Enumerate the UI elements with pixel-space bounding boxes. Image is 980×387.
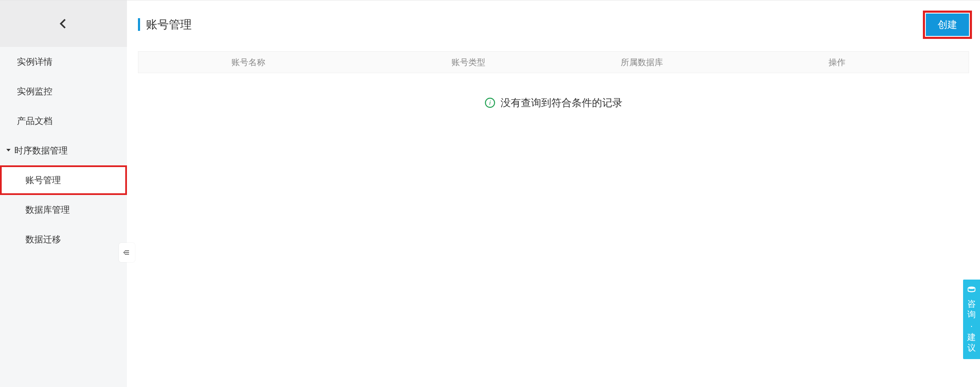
sidebar-subitem-database-management[interactable]: 数据库管理 bbox=[0, 195, 127, 225]
collapse-icon bbox=[123, 248, 131, 257]
database-icon bbox=[967, 285, 976, 296]
page-header: 账号管理 创建 bbox=[138, 13, 969, 36]
page-title-accent-bar bbox=[138, 18, 140, 31]
table-header-row: 账号名称 账号类型 所属数据库 操作 bbox=[138, 51, 969, 73]
info-icon: i bbox=[484, 97, 496, 108]
empty-text: 没有查询到符合条件的记录 bbox=[501, 96, 622, 110]
sidebar-group-tsdb-management[interactable]: 时序数据管理 bbox=[0, 136, 127, 165]
sidebar-item-label: 实例监控 bbox=[17, 85, 52, 97]
sidebar-item-label: 实例详情 bbox=[17, 56, 52, 68]
table-empty-state: i 没有查询到符合条件的记录 bbox=[138, 73, 969, 132]
sidebar-subitem-account-management[interactable]: 账号管理 bbox=[0, 165, 127, 195]
feedback-char: 建 bbox=[967, 332, 976, 343]
sidebar-subitem-data-migration[interactable]: 数据迁移 bbox=[0, 225, 127, 254]
sidebar-subitem-label: 数据迁移 bbox=[25, 233, 61, 245]
caret-down-icon bbox=[5, 145, 12, 156]
sidebar-item-label: 产品文档 bbox=[17, 115, 52, 127]
col-header-account-name: 账号名称 bbox=[138, 57, 358, 68]
feedback-char: 议 bbox=[967, 343, 976, 353]
sidebar-item-product-docs[interactable]: 产品文档 bbox=[0, 106, 127, 136]
sidebar-item-instance-monitor[interactable]: 实例监控 bbox=[0, 77, 127, 106]
accounts-table: 账号名称 账号类型 所属数据库 操作 i 没有查询到符合条件的记录 bbox=[138, 51, 969, 132]
col-header-account-type: 账号类型 bbox=[358, 57, 578, 68]
feedback-tab[interactable]: 咨 询 · 建 议 bbox=[963, 280, 980, 359]
page-title: 账号管理 bbox=[146, 17, 192, 32]
col-header-database: 所属数据库 bbox=[578, 57, 705, 68]
svg-point-6 bbox=[968, 286, 975, 289]
sidebar-subitem-label: 数据库管理 bbox=[25, 204, 70, 216]
sidebar: 实例详情 实例监控 产品文档 时序数据管理 账号管理 数据库管理 数据迁移 bbox=[0, 0, 127, 387]
col-header-operations: 操作 bbox=[705, 57, 969, 68]
svg-text:i: i bbox=[489, 99, 491, 106]
page-title-wrap: 账号管理 bbox=[138, 17, 192, 32]
sidebar-item-instance-detail[interactable]: 实例详情 bbox=[0, 47, 127, 77]
sidebar-collapse-toggle[interactable] bbox=[119, 243, 135, 262]
feedback-char: 咨 bbox=[967, 299, 976, 309]
sidebar-subitem-label: 账号管理 bbox=[25, 174, 61, 186]
sidebar-group-label: 时序数据管理 bbox=[14, 145, 68, 156]
feedback-char: 询 bbox=[967, 309, 976, 320]
svg-marker-0 bbox=[6, 149, 11, 151]
sidebar-back-button[interactable] bbox=[0, 0, 127, 47]
chevron-left-icon bbox=[57, 17, 70, 30]
feedback-sep: · bbox=[970, 321, 973, 331]
main-content: 账号管理 创建 账号名称 账号类型 所属数据库 操作 i 没有查询到符合条件的记… bbox=[127, 0, 980, 387]
create-button[interactable]: 创建 bbox=[926, 14, 969, 36]
